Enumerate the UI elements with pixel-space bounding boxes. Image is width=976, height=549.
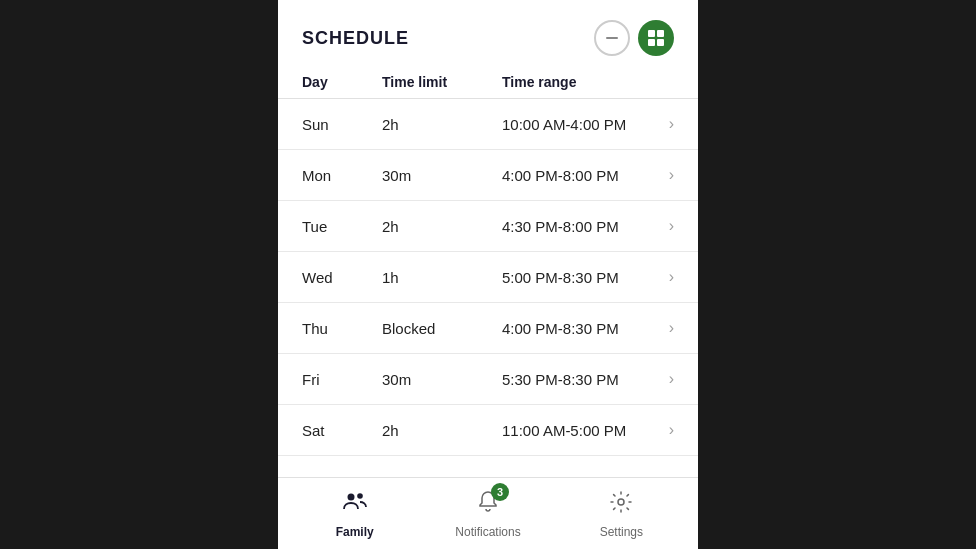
minus-icon: [604, 30, 620, 46]
minus-button[interactable]: [594, 20, 630, 56]
svg-point-5: [347, 493, 354, 500]
day-cell: Mon: [302, 167, 382, 184]
chevron-right-icon: ›: [644, 115, 674, 133]
nav-label-notifications: Notifications: [455, 525, 520, 539]
svg-point-6: [357, 493, 363, 499]
range-cell: 4:00 PM-8:30 PM: [502, 320, 644, 337]
nav-label-settings: Settings: [600, 525, 643, 539]
table-row[interactable]: Wed 1h 5:00 PM-8:30 PM ›: [278, 252, 698, 303]
family-icon: [342, 489, 368, 521]
notification-icon: 3: [475, 489, 501, 521]
table-row[interactable]: Tue 2h 4:30 PM-8:00 PM ›: [278, 201, 698, 252]
limit-cell: 1h: [382, 269, 502, 286]
notification-badge: 3: [491, 483, 509, 501]
range-cell: 5:30 PM-8:30 PM: [502, 371, 644, 388]
col-range: Time range: [502, 74, 644, 90]
chevron-right-icon: ›: [644, 268, 674, 286]
range-cell: 10:00 AM-4:00 PM: [502, 116, 644, 133]
nav-label-family: Family: [336, 525, 374, 539]
limit-cell: 2h: [382, 218, 502, 235]
nav-item-settings[interactable]: Settings: [555, 489, 688, 539]
svg-rect-4: [657, 39, 664, 46]
day-cell: Thu: [302, 320, 382, 337]
svg-rect-1: [648, 30, 655, 37]
day-cell: Tue: [302, 218, 382, 235]
table-row[interactable]: Sun 2h 10:00 AM-4:00 PM ›: [278, 99, 698, 150]
svg-rect-2: [657, 30, 664, 37]
chevron-right-icon: ›: [644, 370, 674, 388]
svg-rect-3: [648, 39, 655, 46]
svg-point-7: [618, 499, 624, 505]
col-limit: Time limit: [382, 74, 502, 90]
chevron-right-icon: ›: [644, 217, 674, 235]
bottom-nav: Family 3 Notifications Settings: [278, 477, 698, 549]
schedule-list: Sun 2h 10:00 AM-4:00 PM › Mon 30m 4:00 P…: [278, 99, 698, 477]
main-content: SCHEDULE Day Time: [278, 0, 698, 477]
table-row[interactable]: Thu Blocked 4:00 PM-8:30 PM ›: [278, 303, 698, 354]
range-cell: 11:00 AM-5:00 PM: [502, 422, 644, 439]
limit-cell: 2h: [382, 422, 502, 439]
day-cell: Fri: [302, 371, 382, 388]
range-cell: 5:00 PM-8:30 PM: [502, 269, 644, 286]
table-row[interactable]: Sat 2h 11:00 AM-5:00 PM ›: [278, 405, 698, 456]
nav-item-family[interactable]: Family: [288, 489, 421, 539]
header-icons: [594, 20, 674, 56]
limit-cell: 2h: [382, 116, 502, 133]
table-row[interactable]: Mon 30m 4:00 PM-8:00 PM ›: [278, 150, 698, 201]
col-day: Day: [302, 74, 382, 90]
svg-rect-0: [606, 37, 618, 39]
limit-cell: 30m: [382, 371, 502, 388]
limit-cell: Blocked: [382, 320, 502, 337]
chevron-right-icon: ›: [644, 166, 674, 184]
range-cell: 4:00 PM-8:00 PM: [502, 167, 644, 184]
page-title: SCHEDULE: [302, 28, 409, 49]
chevron-right-icon: ›: [644, 421, 674, 439]
table-button[interactable]: [638, 20, 674, 56]
table-row[interactable]: Fri 30m 5:30 PM-8:30 PM ›: [278, 354, 698, 405]
range-cell: 4:30 PM-8:00 PM: [502, 218, 644, 235]
day-cell: Sat: [302, 422, 382, 439]
header: SCHEDULE: [278, 0, 698, 66]
app-container: SCHEDULE Day Time: [278, 0, 698, 549]
settings-icon: [608, 489, 634, 521]
day-cell: Sun: [302, 116, 382, 133]
nav-item-notifications[interactable]: 3 Notifications: [421, 489, 554, 539]
chevron-right-icon: ›: [644, 319, 674, 337]
day-cell: Wed: [302, 269, 382, 286]
limit-cell: 30m: [382, 167, 502, 184]
table-icon: [646, 28, 666, 48]
table-header: Day Time limit Time range: [278, 66, 698, 99]
